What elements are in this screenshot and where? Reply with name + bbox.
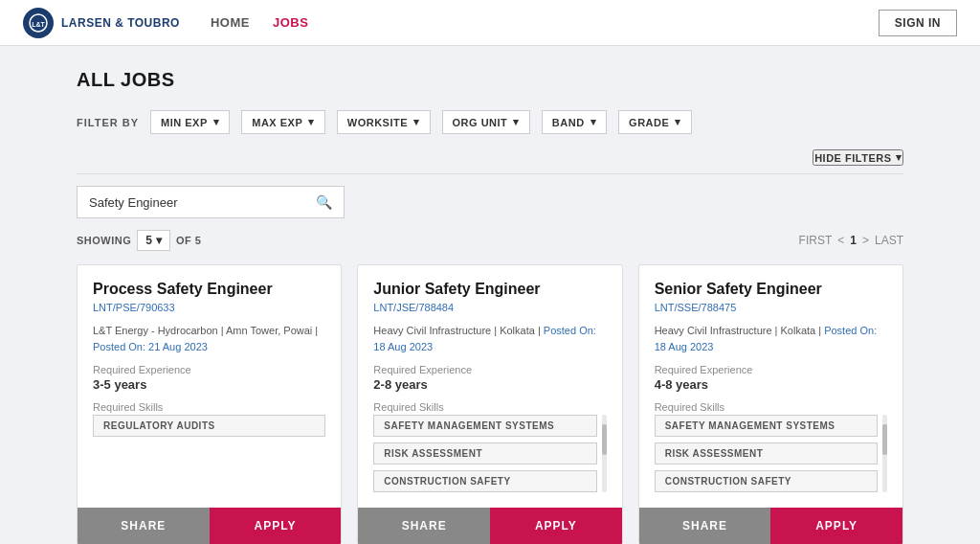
search-row: 🔍 bbox=[77, 186, 903, 218]
skill-tag: SAFETY MANAGEMENT SYSTEMS bbox=[373, 415, 596, 437]
chevron-down-icon: ▾ bbox=[308, 116, 315, 128]
card-skills-container: REGULATORY AUDITS bbox=[93, 415, 325, 437]
card-posted-date: Posted On: 21 Aug 2023 bbox=[93, 341, 208, 352]
card-body: Junior Safety Engineer LNT/JSE/788484 He… bbox=[358, 265, 621, 508]
card-experience: 3-5 years bbox=[93, 377, 325, 392]
card-footer: SHARE APPLY bbox=[358, 508, 621, 544]
nav-home[interactable]: HOME bbox=[211, 15, 250, 30]
logo-text: LARSEN & TOUBRO bbox=[61, 16, 180, 30]
pagination-current: 1 bbox=[850, 234, 857, 247]
skill-tag: SAFETY MANAGEMENT SYSTEMS bbox=[655, 415, 878, 437]
showing-of-label: OF 5 bbox=[176, 235, 201, 246]
card-title: Process Safety Engineer bbox=[93, 281, 325, 298]
share-button[interactable]: SHARE bbox=[78, 508, 210, 544]
filter-bar: FILTER BY MIN EXP ▾ MAX EXP ▾ WORKSITE ▾… bbox=[77, 110, 903, 134]
card-meta: Heavy Civil Infrastructure | Kolkata | P… bbox=[655, 323, 887, 354]
share-button[interactable]: SHARE bbox=[358, 508, 490, 544]
filter-grade[interactable]: GRADE ▾ bbox=[618, 110, 692, 134]
hide-filters-row: HIDE FILTERS ▾ bbox=[77, 142, 903, 174]
chevron-down-icon: ▾ bbox=[590, 116, 597, 128]
card-posted-date: Posted On: 18 Aug 2023 bbox=[655, 325, 878, 352]
search-input[interactable] bbox=[89, 195, 316, 210]
card-meta: L&T Energy - Hydrocarbon | Amn Tower, Po… bbox=[93, 323, 325, 354]
job-card: Senior Safety Engineer LNT/SSE/788475 He… bbox=[638, 264, 903, 544]
chevron-down-icon: ▾ bbox=[675, 116, 681, 128]
pagination-first[interactable]: FIRST bbox=[799, 234, 833, 247]
hide-filters-button[interactable]: HIDE FILTERS ▾ bbox=[813, 149, 903, 166]
page-title: ALL JOBS bbox=[77, 69, 903, 91]
skill-tag: RISK ASSESSMENT bbox=[373, 442, 596, 465]
filter-by-label: FILTER BY bbox=[77, 117, 139, 128]
search-box: 🔍 bbox=[77, 186, 345, 218]
chevron-down-icon: ▾ bbox=[213, 116, 220, 128]
nav-links: HOME JOBS bbox=[211, 15, 879, 30]
filter-org-unit[interactable]: ORG UNIT ▾ bbox=[442, 110, 530, 134]
chevron-down-icon: ▾ bbox=[156, 234, 162, 247]
card-id: LNT/SSE/788475 bbox=[655, 302, 887, 313]
card-footer: SHARE APPLY bbox=[639, 508, 902, 544]
pagination-prev[interactable]: < bbox=[837, 234, 844, 247]
card-skills: SAFETY MANAGEMENT SYSTEMSRISK ASSESSMENT… bbox=[373, 415, 596, 492]
showing-count-select[interactable]: 5 ▾ bbox=[137, 230, 170, 251]
pagination: FIRST < 1 > LAST bbox=[799, 234, 903, 247]
skill-tag: REGULATORY AUDITS bbox=[93, 415, 325, 437]
card-posted-date: Posted On: 18 Aug 2023 bbox=[373, 325, 596, 352]
card-meta: Heavy Civil Infrastructure | Kolkata | P… bbox=[373, 323, 606, 354]
showing-left: SHOWING 5 ▾ OF 5 bbox=[77, 230, 201, 251]
card-body: Senior Safety Engineer LNT/SSE/788475 He… bbox=[639, 265, 902, 508]
svg-text:L&T: L&T bbox=[32, 21, 45, 28]
job-card: Junior Safety Engineer LNT/JSE/788484 He… bbox=[357, 264, 622, 544]
card-skills: SAFETY MANAGEMENT SYSTEMSRISK ASSESSMENT… bbox=[655, 415, 878, 492]
job-cards-row: Process Safety Engineer LNT/PSE/790633 L… bbox=[77, 264, 903, 544]
nav-jobs[interactable]: JOBS bbox=[273, 15, 308, 30]
apply-button[interactable]: APPLY bbox=[490, 508, 622, 544]
card-skills-container: SAFETY MANAGEMENT SYSTEMSRISK ASSESSMENT… bbox=[373, 415, 606, 492]
exp-label: Required Experience bbox=[373, 364, 606, 375]
exp-label: Required Experience bbox=[93, 364, 325, 375]
filter-min-exp[interactable]: MIN EXP ▾ bbox=[150, 110, 230, 134]
pagination-last[interactable]: LAST bbox=[875, 234, 903, 247]
skills-label: Required Skills bbox=[373, 401, 606, 413]
card-experience: 2-8 years bbox=[373, 377, 606, 392]
pagination-next[interactable]: > bbox=[862, 234, 869, 247]
card-skills-container: SAFETY MANAGEMENT SYSTEMSRISK ASSESSMENT… bbox=[655, 415, 887, 492]
skill-tag: RISK ASSESSMENT bbox=[655, 442, 878, 465]
card-body: Process Safety Engineer LNT/PSE/790633 L… bbox=[78, 265, 341, 508]
exp-label: Required Experience bbox=[655, 364, 887, 375]
logo-area: L&T LARSEN & TOUBRO bbox=[23, 8, 180, 38]
skill-tag: CONSTRUCTION SAFETY bbox=[373, 470, 596, 492]
chevron-down-icon: ▾ bbox=[896, 151, 902, 164]
filter-band[interactable]: BAND ▾ bbox=[542, 110, 607, 134]
search-icon: 🔍 bbox=[316, 194, 332, 210]
chevron-down-icon: ▾ bbox=[413, 116, 420, 128]
skill-tag: CONSTRUCTION SAFETY bbox=[655, 470, 878, 492]
apply-button[interactable]: APPLY bbox=[210, 508, 342, 544]
sign-in-button[interactable]: SIGN IN bbox=[879, 10, 957, 36]
card-id: LNT/JSE/788484 bbox=[373, 302, 606, 313]
header: L&T LARSEN & TOUBRO HOME JOBS SIGN IN bbox=[0, 0, 980, 46]
card-skills: REGULATORY AUDITS bbox=[93, 415, 325, 437]
chevron-down-icon: ▾ bbox=[513, 116, 520, 128]
job-card: Process Safety Engineer LNT/PSE/790633 L… bbox=[77, 264, 342, 544]
filter-worksite[interactable]: WORKSITE ▾ bbox=[337, 110, 431, 134]
card-title: Senior Safety Engineer bbox=[655, 281, 887, 298]
main-content: ALL JOBS FILTER BY MIN EXP ▾ MAX EXP ▾ W… bbox=[0, 46, 980, 544]
card-footer: SHARE APPLY bbox=[78, 508, 341, 544]
skills-label: Required Skills bbox=[93, 401, 325, 413]
apply-button[interactable]: APPLY bbox=[770, 508, 902, 544]
card-experience: 4-8 years bbox=[655, 377, 887, 392]
showing-row: SHOWING 5 ▾ OF 5 FIRST < 1 > LAST bbox=[77, 230, 903, 251]
card-title: Junior Safety Engineer bbox=[373, 281, 606, 298]
skills-label: Required Skills bbox=[655, 401, 887, 413]
showing-label: SHOWING bbox=[77, 235, 131, 246]
logo-icon: L&T bbox=[23, 8, 54, 38]
filter-max-exp[interactable]: MAX EXP ▾ bbox=[241, 110, 325, 134]
card-id: LNT/PSE/790633 bbox=[93, 302, 325, 313]
share-button[interactable]: SHARE bbox=[639, 508, 771, 544]
